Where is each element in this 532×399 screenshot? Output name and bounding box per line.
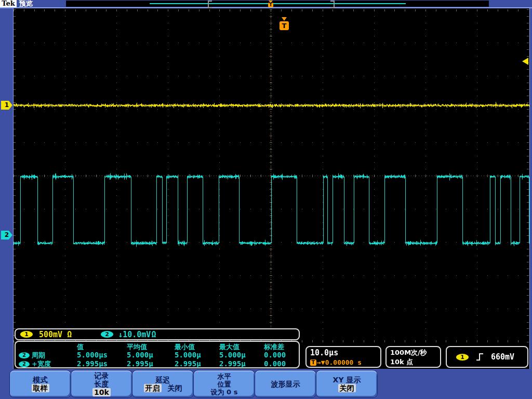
delay-arrow-icon: →▼ — [317, 358, 325, 366]
menu-selected-option: 10k — [92, 388, 111, 396]
window-bracket-right — [330, 1, 335, 8]
trigger-source-badge: 1 — [456, 354, 469, 361]
ch2-coupling: Ω — [151, 330, 156, 339]
meas-cell: 5.000µ — [219, 351, 264, 360]
ch2-scale: ↓10.0mV — [118, 330, 151, 339]
meas-cell: 0.000 — [264, 351, 295, 360]
trigger-readout: 1 660mV — [446, 346, 528, 368]
ch1-badge: 1 — [20, 331, 33, 338]
ch1-scale: 500mV — [39, 330, 62, 339]
trigger-level-value: 660mV — [491, 352, 514, 362]
channel-scale-readout: 1 500mV Ω 2 ↓10.0mV Ω — [15, 328, 300, 340]
tek-logo: Tek — [0, 0, 17, 7]
menu-label: 设为 0 s — [211, 388, 238, 396]
acquisition-status-label: 预览 — [19, 0, 33, 7]
trigger-t-icon: T — [310, 360, 316, 366]
meas-cell: 5.000µ — [127, 351, 175, 360]
timebase-readout: 10.0µs T →▼ 0.00000 s — [305, 346, 381, 368]
menu-button-horizontal-position[interactable]: 水平 位置 设为 0 s — [193, 370, 255, 398]
meas-header-stddev: 标准差 — [264, 342, 295, 351]
menu-button-delay[interactable]: 延迟 开启 关闭 — [132, 370, 194, 398]
window-bracket-left — [208, 1, 212, 8]
rising-edge-icon — [476, 353, 484, 361]
menu-selected-option: 开启 — [144, 384, 162, 392]
acquisition-readout: 100M次/秒 10k 点 — [385, 346, 441, 368]
menu-label: 长度 — [95, 380, 109, 388]
trigger-position-mini-badge: T — [268, 3, 273, 7]
waveform-display: T — [14, 8, 529, 369]
sample-rate: 100M次/秒 — [390, 348, 440, 357]
meas-cell: 2.995µ — [127, 360, 175, 368]
graticule-and-traces-canvas — [14, 8, 529, 369]
timebase-scale: 10.0µs — [310, 348, 380, 357]
meas-row1-name: 周期 — [32, 351, 45, 360]
delay-value: 0.00000 s — [325, 358, 362, 366]
meas-row2-name: +宽度 — [32, 360, 51, 369]
trigger-level-arrow-icon[interactable] — [522, 58, 528, 65]
left-frame — [0, 8, 14, 369]
meas-row2-ch-badge: 2 — [19, 361, 30, 367]
meas-header-value: 值 — [77, 342, 127, 351]
menu-label: 水平 — [218, 373, 231, 380]
record-extent-line — [150, 3, 406, 4]
menu-button-record-length[interactable]: 记录 长度 10k — [71, 370, 132, 398]
delay-readout: T →▼ 0.00000 s — [310, 358, 380, 366]
oscilloscope-screen: Tek 预览 T T 1 2 1 500mV Ω 2 ↓10.0mV Ω 值 — [0, 0, 532, 399]
meas-header-min: 最小值 — [175, 342, 219, 351]
record-view-bar: T — [66, 1, 489, 7]
menu-label: 波形显示 — [271, 380, 300, 388]
top-status-bar: Tek 预览 T — [0, 0, 532, 8]
record-points: 10k 点 — [390, 357, 440, 367]
trigger-position-badge: T — [280, 21, 289, 30]
bottom-menu-bar: 模式 取样 记录 长度 10k 延迟 开启 关闭 水平 位置 设为 0 s 波形… — [0, 369, 532, 399]
menu-button-acquire-mode[interactable]: 模式 取样 — [9, 370, 71, 398]
meas-cell: 0.000 — [264, 360, 295, 368]
menu-label: 记录 — [95, 371, 109, 380]
meas-row-label: 2 +宽度 — [19, 360, 77, 368]
meas-cell: 5.000µs — [77, 351, 127, 360]
menu-selected-option: 关闭 — [338, 384, 356, 392]
menu-label: 延迟 — [156, 376, 170, 384]
meas-header-spacer — [19, 342, 77, 351]
menu-button-xy-display[interactable]: XY 显示 关闭 — [316, 370, 378, 398]
menu-button-waveform-display[interactable]: 波形显示 — [255, 370, 316, 398]
right-frame — [529, 8, 532, 369]
trigger-position-arrow-icon — [282, 17, 287, 21]
meas-cell: 5.000µ — [175, 351, 219, 360]
meas-header-mean: 平均值 — [127, 342, 175, 351]
menu-label: 位置 — [218, 380, 231, 388]
menu-label: 模式 — [33, 376, 48, 384]
ch2-badge: 2 — [101, 331, 113, 338]
meas-row1-ch-badge: 2 — [19, 352, 30, 358]
meas-cell: 2.995µs — [77, 360, 127, 368]
meas-header-max: 最大值 — [219, 342, 264, 351]
menu-label: XY 显示 — [333, 376, 361, 384]
meas-cell: 2.995µ — [175, 360, 219, 368]
menu-selected-option: 取样 — [32, 384, 49, 392]
menu-option-off: 关闭 — [168, 384, 182, 392]
ch1-coupling: Ω — [67, 330, 72, 339]
meas-row-label: 2 周期 — [19, 351, 77, 360]
measurement-table: 值 平均值 最小值 最大值 标准差 2 周期 5.000µs 5.000µ 5.… — [15, 341, 300, 368]
meas-cell: 2.995µ — [219, 360, 264, 368]
